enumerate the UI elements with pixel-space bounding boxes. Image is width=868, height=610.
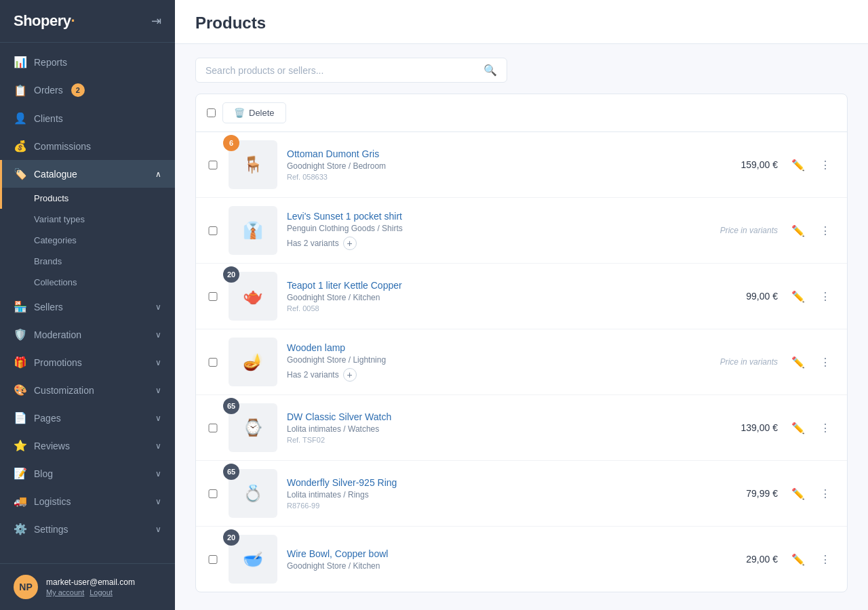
more-button[interactable]: ⋮ [814, 285, 836, 307]
product-actions: ✏️ ⋮ [787, 154, 836, 176]
table-row: 20 🫖 Teapot 1 liter Kettle Copper Goodni… [196, 264, 847, 329]
product-badge: 65 [223, 464, 239, 480]
table-row: 6 🪑 Ottoman Dumont Gris Goodnight Store … [196, 132, 847, 198]
moderation-icon: 🛡️ [14, 328, 26, 341]
product-ref: Ref. 058633 [287, 173, 680, 181]
more-button[interactable]: ⋮ [814, 483, 836, 504]
sidebar-item-label: Moderation [34, 329, 81, 340]
sidebar-item-variant-types[interactable]: Variant types [0, 209, 175, 230]
product-info: Wire Bowl, Copper bowl Goodnight Store /… [287, 548, 680, 571]
product-checkbox[interactable] [207, 555, 219, 564]
sidebar-item-pages[interactable]: 📄 Pages ∨ [0, 404, 175, 432]
sidebar-item-brands[interactable]: Brands [0, 251, 175, 272]
promotions-icon: 🎁 [14, 356, 26, 369]
product-ref: Ref. TSF02 [287, 436, 680, 444]
sidebar-item-label: Settings [34, 524, 68, 535]
product-image-wrap: 20 🫖 [229, 272, 277, 321]
edit-button[interactable]: ✏️ [787, 285, 809, 307]
product-checkbox[interactable] [207, 292, 219, 301]
my-account-link[interactable]: My account [46, 588, 84, 596]
product-checkbox[interactable] [207, 424, 219, 432]
sidebar-item-reports[interactable]: 📊 Reports [0, 48, 175, 76]
sidebar-item-logistics[interactable]: 🚚 Logistics ∨ [0, 487, 175, 515]
sidebar-item-label: Logistics [34, 496, 71, 507]
edit-button[interactable]: ✏️ [787, 417, 809, 439]
sidebar-header: Shopery· ⇥ [0, 0, 175, 43]
more-button[interactable]: ⋮ [814, 154, 836, 176]
more-button[interactable]: ⋮ [814, 351, 836, 373]
product-info: Wonderfly Silver-925 Ring Lolita intimat… [287, 477, 680, 510]
user-info: market-user@email.com My account Logout [46, 577, 135, 596]
delete-button[interactable]: 🗑️ Delete [222, 102, 286, 123]
expand-icon[interactable]: ⇥ [151, 14, 161, 28]
edit-button[interactable]: ✏️ [787, 220, 809, 241]
product-checkbox[interactable] [207, 226, 219, 235]
submenu-label: Categories [34, 235, 77, 245]
table-row: 20 🥣 Wire Bowl, Copper bowl Goodnight St… [196, 527, 847, 592]
logistics-chevron: ∨ [155, 497, 161, 506]
sidebar-item-products[interactable]: Products [0, 188, 175, 209]
search-input[interactable] [205, 65, 478, 76]
sidebar-item-sellers[interactable]: 🏪 Sellers ∨ [0, 293, 175, 321]
product-image-wrap: 65 ⌚ [229, 403, 277, 452]
product-checkbox[interactable] [207, 161, 219, 169]
sidebar-item-orders[interactable]: 📋 Orders 2 [0, 76, 175, 104]
sidebar-item-clients[interactable]: 👤 Clients [0, 104, 175, 132]
product-price: 29,00 € [690, 554, 778, 565]
product-name[interactable]: Teapot 1 liter Kettle Copper [287, 280, 402, 291]
product-list: 6 🪑 Ottoman Dumont Gris Goodnight Store … [196, 132, 847, 592]
product-name[interactable]: Ottoman Dumont Gris [287, 148, 379, 159]
sidebar-item-blog[interactable]: 📝 Blog ∨ [0, 460, 175, 487]
sidebar-item-customization[interactable]: 🎨 Customization ∨ [0, 376, 175, 404]
product-info: Ottoman Dumont Gris Goodnight Store / Be… [287, 148, 680, 181]
more-button[interactable]: ⋮ [814, 417, 836, 439]
product-name[interactable]: Wonderfly Silver-925 Ring [287, 477, 397, 488]
product-badge: 6 [223, 135, 239, 151]
edit-button[interactable]: ✏️ [787, 351, 809, 373]
product-checkbox[interactable] [207, 358, 219, 367]
product-name[interactable]: Levi's Sunset 1 pocket shirt [287, 211, 402, 222]
product-image-wrap: 65 💍 [229, 469, 277, 518]
sidebar-item-collections[interactable]: Collections [0, 272, 175, 293]
pages-icon: 📄 [14, 411, 26, 424]
sidebar-item-reviews[interactable]: ⭐ Reviews ∨ [0, 432, 175, 460]
product-image: 👔 [229, 206, 277, 255]
select-all-checkbox[interactable] [207, 108, 216, 117]
product-name[interactable]: DW Classic Silver Watch [287, 411, 391, 422]
sidebar-item-commissions[interactable]: 💰 Commissions [0, 132, 175, 160]
edit-button[interactable]: ✏️ [787, 483, 809, 504]
user-links: My account Logout [46, 588, 135, 596]
product-actions: ✏️ ⋮ [787, 483, 836, 504]
product-meta: Goodnight Store / Kitchen [287, 561, 680, 571]
product-checkbox[interactable] [207, 489, 219, 498]
sidebar-item-categories[interactable]: Categories [0, 230, 175, 251]
table-row: 👔 Levi's Sunset 1 pocket shirt Penguin C… [196, 198, 847, 264]
sidebar-item-promotions[interactable]: 🎁 Promotions ∨ [0, 348, 175, 376]
add-variant-button[interactable]: + [343, 368, 357, 382]
product-info: Levi's Sunset 1 pocket shirt Penguin Clo… [287, 211, 680, 250]
sidebar-item-label: Clients [34, 113, 63, 124]
sidebar-item-moderation[interactable]: 🛡️ Moderation ∨ [0, 321, 175, 348]
products-table: 🗑️ Delete 6 🪑 Ottoman Dumont Gris Goodni… [195, 94, 848, 592]
product-meta: Goodnight Store / Kitchen [287, 293, 680, 302]
orders-icon: 📋 [14, 84, 26, 97]
sidebar-item-catalogue[interactable]: 🏷️ Catalogue ∧ [0, 160, 175, 188]
product-price: 139,00 € [690, 422, 778, 433]
search-bar: 🔍 [195, 58, 507, 83]
logout-link[interactable]: Logout [90, 588, 113, 596]
product-info: Wooden lamp Goodnight Store / Lightning … [287, 342, 680, 382]
sidebar-item-label: Reports [34, 57, 67, 68]
more-button[interactable]: ⋮ [814, 220, 836, 241]
product-image-wrap: 6 🪑 [229, 140, 277, 189]
more-button[interactable]: ⋮ [814, 548, 836, 570]
add-variant-button[interactable]: + [343, 237, 357, 250]
product-actions: ✏️ ⋮ [787, 548, 836, 570]
edit-button[interactable]: ✏️ [787, 548, 809, 570]
product-name[interactable]: Wooden lamp [287, 342, 345, 353]
edit-button[interactable]: ✏️ [787, 154, 809, 176]
settings-chevron: ∨ [155, 525, 161, 534]
product-name[interactable]: Wire Bowl, Copper bowl [287, 548, 388, 559]
sidebar-item-settings[interactable]: ⚙️ Settings ∨ [0, 515, 175, 543]
commissions-icon: 💰 [14, 140, 26, 152]
product-price: Price in variants [690, 357, 778, 367]
